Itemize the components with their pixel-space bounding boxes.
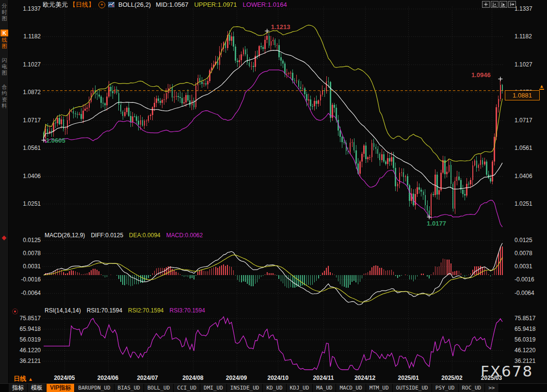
macd-macd-value: MACD:0.0062 (166, 232, 203, 239)
symbol-name: 欧元美元 (43, 0, 68, 9)
auto-scroll-icon[interactable] (499, 1, 507, 8)
y-axis-tick-right: 46.1220 (515, 347, 547, 354)
bottom-tab-BOLL_UD[interactable]: BOLL_UD (144, 384, 174, 392)
sidebar-tab-合约资料[interactable]: 合约资料 (0, 84, 9, 109)
y-axis-tick-left: 1.0872 (10, 89, 41, 96)
boll-mid-value: MID:1.0567 (156, 1, 188, 8)
pan-right-icon[interactable] (508, 1, 516, 8)
macd-diff-value: DIFF:0.0125 (91, 232, 123, 239)
y-axis-tick-right: 0.0125 (515, 237, 547, 244)
bottom-tab-MACD_UD[interactable]: MACD_UD (336, 384, 366, 392)
x-axis-label: 2024/07 (132, 375, 163, 381)
y-axis-tick-right: -0.0016 (515, 276, 547, 283)
y-axis-tick-left: 1.0561 (10, 145, 41, 151)
y-axis-tick-left: 0.0125 (10, 237, 41, 244)
y-axis-tick-right: 1.1337 (515, 5, 547, 12)
y-axis-tick-left: 1.0717 (10, 117, 41, 124)
x-axis-label: 2024/06 (93, 375, 124, 381)
bottom-tab-指标[interactable]: 指标 (9, 384, 28, 392)
bottom-tab-OUTSIDE_UD[interactable]: OUTSIDE_UD (393, 384, 432, 392)
rsi-params-label: RSI(14,14,14) (45, 307, 81, 314)
rsi-settings-icon[interactable] (12, 309, 18, 314)
boll-upper-value: UPPER:1.0971 (194, 1, 237, 8)
y-axis-tick-right: 0.0031 (515, 263, 547, 270)
y-axis-tick-left: -0.0064 (10, 290, 41, 296)
bottom-tab-BARUPDN_UD[interactable]: BARUPDN_UD (75, 384, 114, 392)
y-axis-tick-left: 0.0031 (10, 263, 41, 270)
sidebar-tab-闪电图[interactable]: 闪电图 (0, 57, 9, 76)
y-axis-tick-right: 65.9418 (515, 326, 547, 332)
y-axis-tick-left: 1.0251 (10, 200, 41, 207)
compare-add-icon[interactable]: + (98, 1, 105, 8)
rsi3-value: RSI3:70.1594 (170, 307, 205, 314)
price-annotation: 1.0605 (46, 137, 65, 144)
sidebar-tab-K线图[interactable]: K线图 (0, 30, 9, 49)
period-tag: 【日线】 (69, 0, 95, 9)
y-axis-tick-right: 1.0561 (515, 145, 547, 151)
x-axis-label: 2025/02 (436, 375, 467, 381)
price-annotation: 1.1213 (271, 23, 290, 31)
period-selector-label: 日线 (14, 375, 26, 382)
watermark-logo: FX678 (481, 362, 533, 380)
y-axis-tick-left: -0.0016 (10, 276, 41, 283)
bottom-tab-INSIDE_UD[interactable]: INSIDE_UD (227, 384, 263, 392)
y-axis-tick-right: 1.0251 (515, 200, 547, 207)
y-axis-tick-right: 1.1027 (515, 61, 547, 68)
last-price-label: 1.0881 (505, 90, 540, 100)
indicator-toolbar: 指标模板VIP指标BARUPDN_UDBIAS_UDBOLL_UDCCI_UDD… (0, 383, 547, 392)
left-sidebar: 分时图K线图闪电图合约资料 (0, 0, 9, 383)
y-axis-tick-right: 56.0319 (515, 336, 547, 343)
bottom-tab-KD_UD[interactable]: KD_UD (263, 384, 286, 392)
macd-label-row: MACD(26,12,9) DIFF:0.0125 DEA:0.0094 MAC… (45, 232, 203, 239)
y-axis-tick-right: 1.0717 (515, 117, 547, 124)
scroll-to-latest-icon[interactable]: ▲ (539, 84, 544, 90)
x-axis-label: 2024/09 (221, 375, 252, 381)
bottom-tab-MA_UD[interactable]: MA_UD (313, 384, 336, 392)
y-axis-tick-left: 1.1182 (10, 33, 41, 40)
sidebar-tab-分时图[interactable]: 分时图 (0, 3, 9, 22)
rsi-label-row: RSI(14,14,14) RSI1:70.1594 RSI2:70.1594 … (45, 307, 205, 314)
bottom-tab-模板[interactable]: 模板 (28, 384, 47, 392)
period-selector[interactable]: 日线▲ (14, 375, 33, 383)
y-axis-tick-left: 1.0406 (10, 173, 41, 180)
x-axis-label: 2024/10 (262, 375, 293, 381)
bottom-tab-MTM_UD[interactable]: MTM_UD (366, 384, 393, 392)
price-annotation: 1.0946 (471, 71, 491, 79)
mini-chart-icon (108, 2, 114, 7)
chevron-up-icon: ▲ (28, 376, 33, 382)
bottom-tab-CCI_UD[interactable]: CCI_UD (174, 384, 200, 392)
bottom-tab-DMI_UD[interactable]: DMI_UD (200, 384, 227, 392)
macd-dea-value: DEA:0.0094 (129, 232, 161, 239)
y-axis-tick-right: 1.1182 (515, 33, 547, 40)
bottom-tab-BIAS_UD[interactable]: BIAS_UD (114, 384, 144, 392)
y-axis-tick-left: 46.1220 (10, 347, 41, 354)
chart-tool-buttons (482, 1, 516, 8)
price-chart-canvas[interactable] (0, 0, 547, 383)
y-axis-tick-left: 0.0078 (10, 250, 41, 257)
last-price-value: 1.0881 (513, 92, 532, 99)
x-axis-label: 2024/05 (49, 375, 80, 381)
price-annotation: 1.0177 (427, 220, 446, 227)
y-axis-tick-right: 1.0406 (515, 173, 547, 180)
y-axis-tick-right: -0.0064 (515, 290, 547, 296)
y-axis-tick-left: 75.8517 (10, 315, 41, 322)
bottom-tab->>[interactable]: >> (485, 384, 499, 392)
rsi2-value: RSI2:70.1594 (128, 307, 163, 314)
bottom-tab-PSY_UD[interactable]: PSY_UD (432, 384, 459, 392)
bottom-tab-KDJ_UD[interactable]: KDJ_UD (287, 384, 313, 392)
bottom-tab-VIP指标[interactable]: VIP指标 (47, 384, 75, 392)
bottom-tab-ROC_UD[interactable]: ROC_UD (459, 384, 485, 392)
x-axis-label: 2024/08 (177, 375, 209, 381)
y-axis-tick-left: 56.0319 (10, 336, 41, 343)
x-axis-label: 2024/12 (350, 375, 381, 381)
macd-params-label: MACD(26,12,9) (45, 232, 85, 239)
chart-header: 欧元美元 【日线】 + BOLL(26,2) MID:1.0567 UPPER:… (43, 1, 287, 8)
boll-params-label: BOLL(26,2) (118, 1, 151, 8)
y-axis-scale-icon[interactable] (491, 1, 499, 8)
x-axis-label: 2024/11 (308, 375, 339, 381)
y-axis-tick-right: 0.0078 (515, 250, 547, 257)
y-axis-tick-right: 75.8517 (515, 315, 547, 322)
trading-app-window: 分时图K线图闪电图合约资料 欧元美元 【日线】 + BOLL(26,2) MID… (0, 0, 547, 392)
x-axis-label: 2025/01 (393, 375, 424, 381)
crosshair-icon[interactable] (482, 1, 490, 8)
